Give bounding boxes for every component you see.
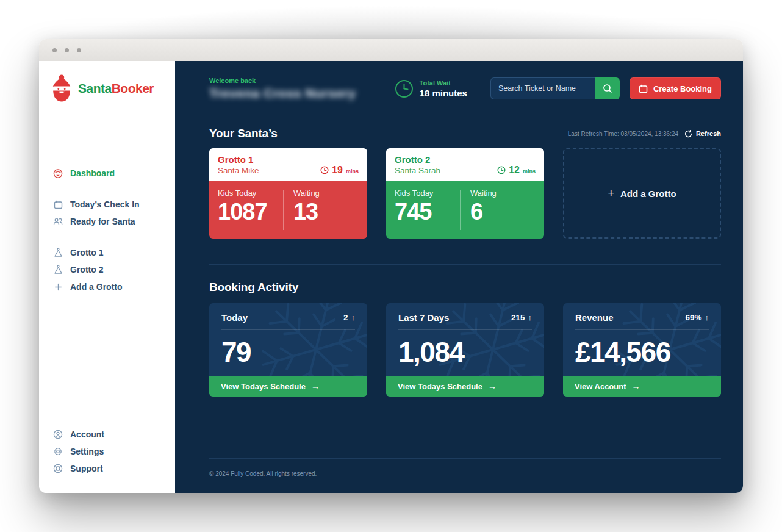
dashboard-gauge-icon (53, 168, 63, 178)
account-icon (53, 430, 63, 439)
window-control-dot[interactable] (52, 48, 57, 52)
window-control-dot[interactable] (77, 48, 81, 52)
nav-divider (53, 237, 73, 237)
right-arrow-icon: → (311, 381, 320, 391)
sidebar-item-label: Support (70, 464, 103, 473)
stat-label: Last 7 Days (398, 312, 449, 323)
top-bar: Welcome back Trevena Cross Nursery Total… (209, 73, 721, 104)
grotto-mins-label: mins (523, 168, 536, 174)
right-arrow-icon: → (488, 381, 497, 391)
sidebar-item-support[interactable]: Support (39, 460, 175, 477)
stat-card-revenue: Revenue 69%↑ £14,566 View Account → (563, 303, 721, 397)
stat-card-last-7-days: Last 7 Days 215↑ 1,084 View Todays Sched… (386, 303, 544, 397)
kids-today-label: Kids Today (218, 189, 283, 198)
clock-icon (395, 79, 414, 98)
sidebar-item-todays-check-in[interactable]: Today’s Check In (39, 196, 175, 213)
cta-label: View Account (575, 382, 626, 391)
search-button[interactable] (595, 77, 620, 99)
sidebar-item-label: Today’s Check In (70, 200, 140, 209)
grotto-santa-name: Santa Sarah (395, 166, 440, 175)
search-box (490, 77, 620, 99)
lifebuoy-icon (53, 464, 63, 473)
sidebar: SantaBooker Dashboard (39, 61, 175, 493)
kids-today-label: Kids Today (395, 189, 460, 198)
waiting-label: Waiting (293, 189, 359, 198)
grotto-wait-mins: 12 (509, 165, 520, 176)
right-arrow-icon: → (632, 381, 640, 391)
create-booking-button[interactable]: Create Booking (630, 77, 721, 99)
stat-divider (221, 329, 355, 330)
window-titlebar[interactable] (39, 39, 743, 61)
sidebar-item-settings[interactable]: Settings (39, 443, 175, 460)
stat-value: 1,084 (398, 338, 544, 366)
copyright-text: © 2024 Fully Coded. All rights reserved. (209, 459, 721, 493)
waiting-value: 13 (293, 200, 359, 223)
vertical-divider (460, 190, 461, 230)
sidebar-item-label: Grotto 1 (70, 248, 103, 257)
view-account-button[interactable]: View Account → (563, 376, 721, 397)
up-arrow-icon: ↑ (351, 313, 356, 322)
sidebar-nav: Dashboard Today’s Check In (39, 165, 175, 295)
total-wait-value: 18 minutes (420, 88, 467, 98)
grotto-santa-name: Santa Mike (218, 166, 259, 175)
refresh-button[interactable]: Refresh (684, 130, 721, 138)
sidebar-footer-nav: Account Settings (39, 426, 175, 477)
grotto-tree-icon (53, 265, 63, 275)
view-todays-schedule-button[interactable]: View Todays Schedule → (209, 376, 367, 397)
stat-divider (575, 329, 709, 330)
view-todays-schedule-button[interactable]: View Todays Schedule → (386, 376, 544, 397)
sidebar-item-label: Add a Grotto (70, 282, 123, 292)
stat-label: Today (221, 312, 248, 323)
people-icon (53, 217, 63, 226)
sidebar-item-label: Account (70, 430, 104, 439)
stat-cards-row: Today 2↑ 79 View Todays Schedule → Last … (209, 303, 721, 397)
plus-icon: + (608, 187, 614, 200)
up-arrow-icon: ↑ (528, 313, 533, 322)
clock-icon (320, 166, 329, 174)
sidebar-item-account[interactable]: Account (39, 426, 175, 443)
total-wait-label: Total Wait (420, 79, 467, 87)
grotto-tree-icon (53, 248, 63, 257)
welcome-block: Welcome back Trevena Cross Nursery (209, 77, 356, 101)
calendar-icon (639, 84, 648, 93)
welcome-label: Welcome back (209, 77, 356, 84)
santas-section-header: Your Santa’s Last Refresh Time: 03/05/20… (209, 127, 721, 140)
stat-delta: 2 (343, 313, 348, 322)
add-grotto-label: Add a Grotto (620, 189, 676, 199)
brand-logo[interactable]: SantaBooker (39, 73, 175, 104)
waiting-value: 6 (470, 200, 536, 223)
sidebar-item-ready-for-santa[interactable]: Ready for Santa (39, 213, 175, 230)
account-name: Trevena Cross Nursery (209, 86, 356, 101)
santa-logo-icon (50, 73, 73, 104)
sidebar-item-grotto-1[interactable]: Grotto 1 (39, 244, 175, 261)
up-arrow-icon: ↑ (705, 313, 709, 322)
sidebar-item-label: Ready for Santa (70, 217, 135, 226)
vertical-divider (283, 190, 284, 230)
gear-icon (53, 447, 63, 456)
refresh-icon (684, 130, 692, 138)
sidebar-item-grotto-2[interactable]: Grotto 2 (39, 261, 175, 278)
grotto-card-1[interactable]: Grotto 1 Santa Mike 19 mins (209, 148, 367, 239)
grotto-card-2[interactable]: Grotto 2 Santa Sarah 12 mins (386, 148, 544, 239)
add-grotto-card[interactable]: + Add a Grotto (563, 148, 721, 239)
sidebar-item-add-a-grotto[interactable]: Add a Grotto (39, 278, 175, 295)
sidebar-item-dashboard[interactable]: Dashboard (39, 165, 175, 182)
clock-icon (497, 166, 506, 174)
waiting-label: Waiting (470, 189, 536, 198)
grotto-wait-mins: 19 (332, 165, 343, 176)
search-input[interactable] (490, 77, 595, 99)
stat-card-today: Today 2↑ 79 View Todays Schedule → (209, 303, 367, 397)
calendar-icon (53, 200, 63, 209)
app-window: SantaBooker Dashboard (39, 39, 743, 493)
sidebar-item-label: Settings (70, 447, 104, 456)
brand-name: SantaBooker (78, 81, 154, 96)
cta-label: View Todays Schedule (398, 382, 482, 391)
main-content: Welcome back Trevena Cross Nursery Total… (175, 61, 743, 493)
window-control-dot[interactable] (65, 48, 69, 52)
kids-today-value: 1087 (218, 200, 283, 223)
grotto-cards-row: Grotto 1 Santa Mike 19 mins (209, 148, 721, 239)
section-divider (209, 264, 721, 265)
refresh-label: Refresh (696, 130, 721, 137)
stat-value: 79 (221, 338, 367, 366)
grotto-name: Grotto 2 (395, 154, 440, 165)
